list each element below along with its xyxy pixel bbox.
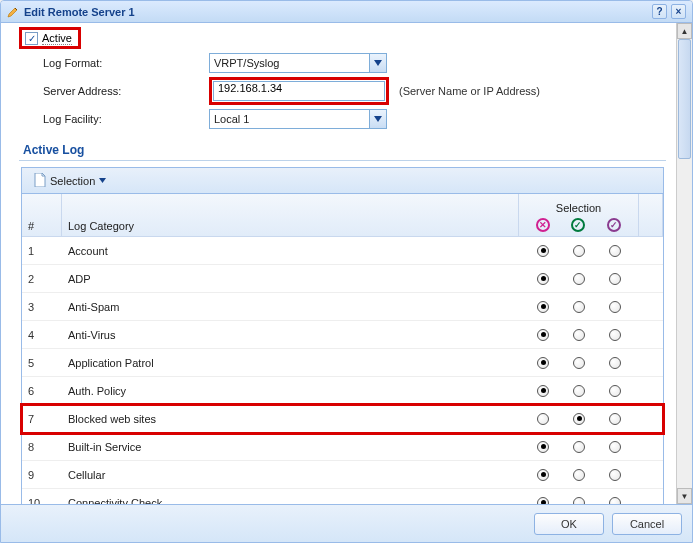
selection-radio[interactable] (573, 441, 585, 453)
section-active-log: Active Log (19, 143, 666, 161)
table-row[interactable]: 8Built-in Service (22, 433, 663, 461)
chevron-down-icon[interactable] (369, 54, 386, 72)
log-facility-select[interactable]: Local 1 (209, 109, 387, 129)
document-icon (34, 173, 46, 189)
selection-radio[interactable] (537, 245, 549, 257)
selection-radio[interactable] (573, 357, 585, 369)
selection-radio[interactable] (537, 469, 549, 481)
log-category-grid: # Log Category Selection ✕ ✓ ✓ (21, 193, 664, 504)
selection-radio[interactable] (609, 301, 621, 313)
server-address-hint: (Server Name or IP Address) (399, 85, 540, 97)
selection-radio[interactable] (609, 245, 621, 257)
row-selection (519, 245, 639, 257)
active-checkbox[interactable]: ✓ (25, 32, 38, 45)
row-category: Anti-Virus (62, 329, 519, 341)
row-selection (519, 441, 639, 453)
row-number: 8 (22, 441, 62, 453)
vertical-scrollbar[interactable]: ▲ ▼ (676, 23, 692, 504)
selection-radio[interactable] (609, 357, 621, 369)
help-button[interactable]: ? (652, 4, 667, 19)
selection-radio[interactable] (609, 497, 621, 505)
row-selection (519, 329, 639, 341)
selection-radio[interactable] (573, 497, 585, 505)
selection-radio[interactable] (609, 385, 621, 397)
selection-radio[interactable] (573, 469, 585, 481)
row-selection (519, 413, 639, 425)
grid-toolbar: Selection (21, 167, 664, 193)
row-number: 3 (22, 301, 62, 313)
row-category: Application Patrol (62, 357, 519, 369)
selection-radio[interactable] (573, 413, 585, 425)
selection-radio[interactable] (537, 441, 549, 453)
selection-radio[interactable] (609, 329, 621, 341)
col-header-selection: Selection ✕ ✓ ✓ (519, 194, 639, 236)
row-selection (519, 357, 639, 369)
table-row[interactable]: 1Account (22, 237, 663, 265)
table-row[interactable]: 3Anti-Spam (22, 293, 663, 321)
selection-radio[interactable] (537, 497, 549, 505)
edit-icon (7, 6, 19, 18)
row-selection (519, 385, 639, 397)
selection-radio[interactable] (537, 301, 549, 313)
row-category: Blocked web sites (62, 413, 519, 425)
row-selection (519, 497, 639, 505)
server-address-input[interactable]: 192.168.1.34 (213, 81, 385, 101)
row-number: 6 (22, 385, 62, 397)
col-header-number[interactable]: # (22, 194, 62, 236)
selection-radio[interactable] (537, 273, 549, 285)
selection-radio[interactable] (537, 385, 549, 397)
row-number: 5 (22, 357, 62, 369)
row-category: Account (62, 245, 519, 257)
table-row[interactable]: 9Cellular (22, 461, 663, 489)
scroll-thumb[interactable] (678, 39, 691, 159)
row-category: Connectivity Check (62, 497, 519, 505)
row-number: 4 (22, 329, 62, 341)
table-row[interactable]: 7Blocked web sites (22, 405, 663, 433)
row-number: 10 (22, 497, 62, 505)
row-number: 7 (22, 413, 62, 425)
selection-radio[interactable] (609, 413, 621, 425)
table-row[interactable]: 2ADP (22, 265, 663, 293)
row-category: Cellular (62, 469, 519, 481)
col-header-end (639, 194, 663, 236)
ok-button[interactable]: OK (534, 513, 604, 535)
chevron-down-icon[interactable] (369, 110, 386, 128)
log-format-select[interactable]: VRPT/Syslog (209, 53, 387, 73)
row-number: 1 (22, 245, 62, 257)
log-facility-value: Local 1 (210, 113, 369, 125)
allow-all-icon[interactable]: ✓ (571, 218, 585, 232)
close-button[interactable]: × (671, 4, 686, 19)
selection-menu-label: Selection (50, 175, 95, 187)
selection-radio[interactable] (609, 273, 621, 285)
allow-all-alt-icon[interactable]: ✓ (607, 218, 621, 232)
table-row[interactable]: 6Auth. Policy (22, 377, 663, 405)
table-row[interactable]: 4Anti-Virus (22, 321, 663, 349)
selection-radio[interactable] (609, 469, 621, 481)
selection-radio[interactable] (573, 245, 585, 257)
selection-radio[interactable] (537, 329, 549, 341)
deny-all-icon[interactable]: ✕ (536, 218, 550, 232)
chevron-down-icon (99, 178, 106, 183)
scroll-up-arrow[interactable]: ▲ (677, 23, 692, 39)
selection-radio[interactable] (573, 273, 585, 285)
table-row[interactable]: 5Application Patrol (22, 349, 663, 377)
row-number: 2 (22, 273, 62, 285)
scroll-down-arrow[interactable]: ▼ (677, 488, 692, 504)
selection-radio[interactable] (573, 385, 585, 397)
selection-radio[interactable] (573, 301, 585, 313)
selection-radio[interactable] (609, 441, 621, 453)
log-format-value: VRPT/Syslog (210, 57, 369, 69)
selection-radio[interactable] (537, 357, 549, 369)
scroll-track[interactable] (677, 39, 692, 488)
dialog-footer: OK Cancel (1, 504, 692, 542)
cancel-button[interactable]: Cancel (612, 513, 682, 535)
col-header-category[interactable]: Log Category (62, 194, 519, 236)
log-facility-label: Log Facility: (19, 113, 209, 125)
selection-radio[interactable] (573, 329, 585, 341)
selection-menu-button[interactable]: Selection (28, 171, 112, 191)
highlight-active: ✓ Active (19, 27, 81, 49)
table-row[interactable]: 10Connectivity Check (22, 489, 663, 504)
window-title: Edit Remote Server 1 (24, 6, 135, 18)
selection-radio[interactable] (537, 413, 549, 425)
row-category: Built-in Service (62, 441, 519, 453)
